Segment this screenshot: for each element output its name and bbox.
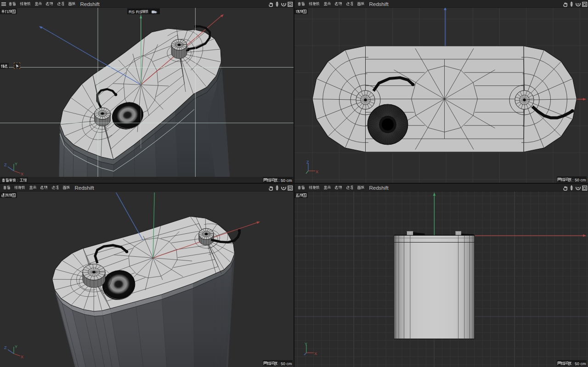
svg-text:Redshift: Redshift [369,1,389,7]
svg-text:Y: Y [15,162,17,166]
svg-text:X: X [21,172,23,176]
svg-text:: 50 cm: : 50 cm [278,361,292,366]
svg-text:X: X [314,351,317,356]
svg-text:RS RS: RS RS [129,9,142,14]
svg-text:X: X [21,355,23,359]
svg-text:Redshift: Redshift [75,185,95,191]
svg-text:Z: Z [4,163,7,167]
svg-text:: 50 cm: : 50 cm [572,178,586,182]
svg-text:Y: Y [15,344,17,349]
svg-text:X: X [316,169,318,174]
svg-text:Redshift: Redshift [80,1,100,7]
svg-text:Z: Z [306,160,309,164]
svg-text:: 50 cm: : 50 cm [278,178,292,183]
svg-text:Z: Z [4,345,7,350]
svg-text:Redshift: Redshift [369,185,389,191]
svg-text:Y: Y [305,342,307,346]
svg-text:: 50 cm: : 50 cm [572,361,586,366]
